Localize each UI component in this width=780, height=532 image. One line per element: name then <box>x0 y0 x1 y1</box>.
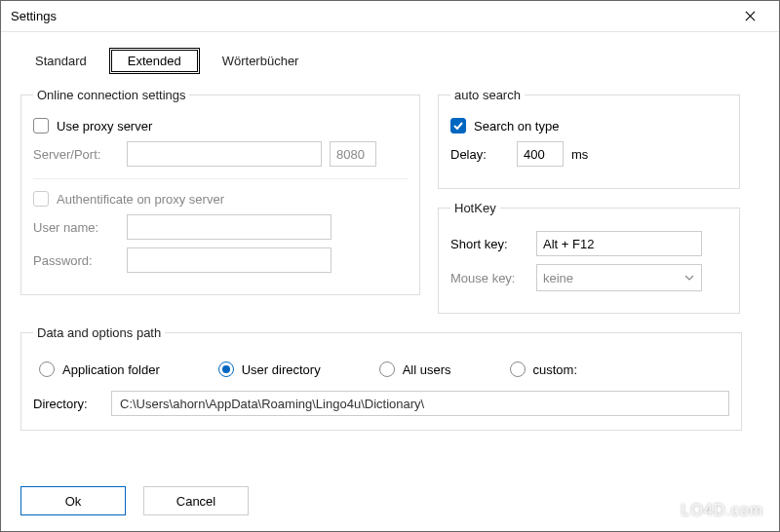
auth-proxy-checkbox[interactable] <box>33 191 49 207</box>
upper-groups: Online connection settings Use proxy ser… <box>20 88 760 325</box>
radio-application-folder[interactable] <box>39 361 55 377</box>
titlebar: Settings <box>1 1 779 32</box>
watermark: LO4D.com <box>682 502 763 519</box>
delay-label: Delay: <box>450 147 509 162</box>
tab-extended-label: Extended <box>128 54 181 68</box>
directory-input[interactable]: C:\Users\ahorn\AppData\Roaming\Lingo4u\D… <box>111 391 729 416</box>
datapath-legend: Data and options path <box>33 325 165 340</box>
chevron-down-icon <box>683 272 695 284</box>
cancel-button-label: Cancel <box>176 494 215 509</box>
search-on-type-label: Search on type <box>474 119 559 133</box>
radio-application-folder-wrap[interactable]: Application folder <box>39 361 160 377</box>
radio-all-users-label: All users <box>403 362 451 377</box>
server-port-label: Server/Port: <box>33 147 119 162</box>
autosearch-group: auto search Search on type Delay: ms <box>438 88 740 189</box>
directory-row: Directory: C:\Users\ahorn\AppData\Roamin… <box>33 391 729 416</box>
search-on-type-row: Search on type <box>450 118 727 133</box>
password-label: Password: <box>33 253 119 268</box>
tab-worterbucher[interactable]: Wörterbücher <box>208 48 314 74</box>
radio-user-directory-label: User directory <box>242 362 321 377</box>
cancel-button[interactable]: Cancel <box>143 486 249 515</box>
tabstrip: Standard Extended Wörterbücher <box>20 48 760 74</box>
right-column: auto search Search on type Delay: ms <box>438 88 740 325</box>
content-area: Standard Extended Wörterbücher Online co… <box>1 32 779 531</box>
ok-button[interactable]: Ok <box>20 486 126 515</box>
port-input[interactable] <box>330 141 376 167</box>
radio-application-folder-label: Application folder <box>62 362 160 377</box>
delay-input[interactable] <box>517 141 564 167</box>
radio-user-directory[interactable] <box>218 361 234 377</box>
radio-all-users[interactable] <box>379 361 395 377</box>
delay-unit: ms <box>571 147 588 162</box>
hotkey-group: HotKey Short key: Mouse key: keine <box>438 201 740 314</box>
use-proxy-row: Use proxy server <box>33 118 408 133</box>
search-on-type-checkbox[interactable] <box>450 118 466 133</box>
directory-value: C:\Users\ahorn\AppData\Roaming\Lingo4u\D… <box>120 397 424 411</box>
autosearch-legend: auto search <box>450 88 525 102</box>
short-key-input[interactable] <box>536 231 702 256</box>
username-label: User name: <box>33 220 119 235</box>
radio-user-directory-wrap[interactable]: User directory <box>218 361 321 377</box>
window-title: Settings <box>11 9 730 23</box>
delay-row: Delay: ms <box>450 141 727 167</box>
server-input[interactable] <box>127 141 322 167</box>
server-port-row: Server/Port: <box>33 141 408 167</box>
radio-custom-wrap[interactable]: custom: <box>510 361 578 377</box>
auth-proxy-label: Authentificate on proxy server <box>57 192 224 207</box>
hotkey-legend: HotKey <box>450 201 500 215</box>
mouse-key-select[interactable]: keine <box>536 264 702 291</box>
mouse-key-row: Mouse key: keine <box>450 264 727 291</box>
password-input[interactable] <box>127 247 332 273</box>
username-row: User name: <box>33 214 408 240</box>
close-icon[interactable] <box>730 9 769 24</box>
online-connection-legend: Online connection settings <box>33 88 189 102</box>
online-connection-group: Online connection settings Use proxy ser… <box>20 88 420 295</box>
datapath-group: Data and options path Application folder… <box>20 325 742 431</box>
left-column: Online connection settings Use proxy ser… <box>20 88 420 325</box>
radio-custom-label: custom: <box>533 362 578 377</box>
auth-proxy-row: Authentificate on proxy server <box>33 191 408 207</box>
use-proxy-label: Use proxy server <box>57 119 152 133</box>
use-proxy-checkbox[interactable] <box>33 118 49 133</box>
tab-standard[interactable]: Standard <box>20 48 101 74</box>
password-row: Password: <box>33 247 408 273</box>
short-key-row: Short key: <box>450 231 727 256</box>
tab-worterbucher-label: Wörterbücher <box>222 54 299 68</box>
datapath-radios: Application folder User directory All us… <box>39 361 729 377</box>
mouse-key-label: Mouse key: <box>450 271 528 285</box>
separator <box>33 178 408 179</box>
dialog-buttons: Ok Cancel <box>20 486 249 515</box>
directory-label: Directory: <box>33 397 101 411</box>
tab-standard-label: Standard <box>35 54 87 68</box>
radio-all-users-wrap[interactable]: All users <box>379 361 451 377</box>
mouse-key-value: keine <box>543 271 573 285</box>
username-input[interactable] <box>127 214 332 240</box>
radio-custom[interactable] <box>510 361 526 377</box>
short-key-label: Short key: <box>450 237 528 251</box>
ok-button-label: Ok <box>65 494 82 509</box>
tab-extended[interactable]: Extended <box>109 48 200 74</box>
settings-window: Settings Standard Extended Wörterbücher … <box>0 0 780 532</box>
